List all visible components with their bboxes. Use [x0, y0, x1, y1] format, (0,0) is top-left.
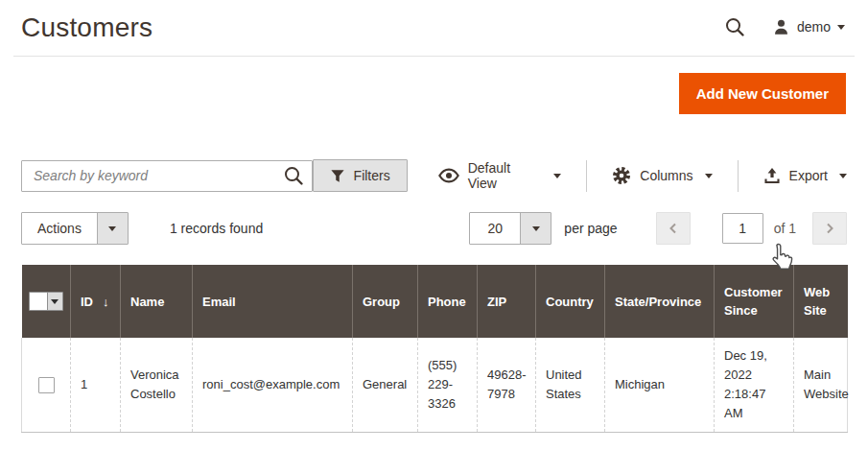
grid-toolbar: Filters Default View — [0, 159, 868, 192]
chevron-down-icon — [839, 174, 847, 178]
actions-label: Actions — [22, 213, 97, 244]
col-header-web-site[interactable]: Web Site — [794, 265, 848, 338]
records-count: 1 records found — [170, 221, 263, 236]
mass-actions-area: Actions 1 records found — [21, 212, 263, 245]
cell-phone: (555) 229-3326 — [418, 338, 478, 432]
col-label-customer-since: Customer Since — [724, 285, 783, 318]
sort-desc-icon: ↓ — [103, 295, 109, 309]
export-label: Export — [789, 168, 828, 183]
page-title: Customers — [21, 12, 152, 43]
row-checkbox[interactable] — [38, 377, 55, 393]
col-label-zip: ZIP — [487, 295, 506, 309]
search-icon[interactable] — [283, 165, 304, 186]
col-label-state: State/Province — [615, 295, 701, 309]
cell-country: United States — [536, 338, 605, 432]
col-header-group[interactable]: Group — [353, 265, 418, 338]
col-label-phone: Phone — [428, 295, 466, 309]
per-page-label: per page — [564, 221, 617, 236]
view-label: Default View — [468, 160, 543, 191]
chevron-left-icon — [667, 222, 680, 235]
cell-name: Veronica Costello — [121, 338, 193, 432]
page-actions-row: Add New Customer — [0, 57, 868, 114]
toolbar-divider — [738, 160, 739, 192]
chevron-down-icon — [553, 174, 561, 178]
chevron-down-icon — [837, 25, 845, 30]
next-page-button[interactable] — [812, 212, 847, 245]
toolbar-divider — [586, 160, 587, 192]
customers-grid: ID↓ Name Email Group Phone ZIP Country S… — [21, 265, 848, 433]
per-page-value: 20 — [470, 213, 520, 244]
cell-web-site: Main Website — [794, 338, 848, 432]
col-label-group: Group — [363, 295, 400, 309]
cell-zip: 49628-7978 — [478, 338, 536, 432]
col-label-id: ID — [81, 295, 93, 309]
page-number-input[interactable] — [722, 213, 763, 244]
chevron-right-icon — [823, 222, 836, 235]
pagination-area: 20 per page of 1 — [469, 212, 847, 245]
col-label-web-site: Web Site — [804, 285, 830, 318]
col-label-email: Email — [202, 295, 236, 309]
col-header-id[interactable]: ID↓ — [71, 265, 121, 338]
cell-id: 1 — [71, 338, 121, 432]
filters-button[interactable]: Filters — [313, 159, 408, 192]
col-header-select — [22, 265, 71, 338]
filters-label: Filters — [354, 168, 390, 183]
grid-toolbar-controls: Filters Default View — [313, 159, 847, 192]
prev-page-button[interactable] — [656, 212, 691, 245]
select-all-box[interactable] — [30, 293, 47, 310]
select-all-caret-button[interactable] — [47, 293, 62, 310]
col-header-email[interactable]: Email — [193, 265, 353, 338]
funnel-icon — [330, 169, 345, 183]
username-label: demo — [797, 19, 831, 35]
per-page-caret-button[interactable] — [520, 213, 551, 244]
cell-select — [22, 338, 71, 432]
cell-customer-since: Dec 19, 2022 2:18:47 AM — [715, 338, 794, 432]
col-header-name[interactable]: Name — [121, 265, 193, 338]
col-header-phone[interactable]: Phone — [418, 265, 478, 338]
add-new-customer-button[interactable]: Add New Customer — [679, 73, 846, 114]
search-input[interactable] — [21, 160, 313, 192]
grid-controls-row: Actions 1 records found 20 per page — [0, 212, 868, 245]
chevron-down-icon — [108, 226, 116, 231]
chevron-down-icon — [532, 226, 540, 231]
col-label-country: Country — [546, 295, 594, 309]
global-search-icon[interactable] — [724, 16, 745, 37]
grid-header-row: ID↓ Name Email Group Phone ZIP Country S… — [22, 265, 848, 338]
col-header-customer-since[interactable]: Customer Since — [715, 265, 794, 338]
columns-label: Columns — [640, 168, 692, 183]
gear-icon — [612, 166, 631, 185]
user-avatar-icon — [772, 18, 790, 36]
chevron-down-icon — [705, 174, 713, 178]
customers-admin-page: Customers demo Add Ne — [0, 0, 868, 450]
col-label-name: Name — [130, 295, 164, 309]
export-control[interactable]: Export — [763, 167, 847, 184]
actions-dropdown[interactable]: Actions — [21, 212, 129, 245]
col-header-state[interactable]: State/Province — [605, 265, 715, 338]
export-icon — [763, 167, 781, 184]
select-all-checkbox[interactable] — [29, 292, 63, 311]
chevron-down-icon — [51, 299, 59, 304]
col-header-zip[interactable]: ZIP — [478, 265, 536, 338]
page-header: Customers demo — [0, 0, 868, 43]
view-switcher[interactable]: Default View — [438, 160, 562, 191]
cell-state: Michigan — [605, 338, 715, 432]
keyword-search-box — [21, 160, 313, 192]
eye-icon — [438, 168, 459, 183]
page-count-label: of 1 — [774, 221, 796, 236]
cell-group: General — [353, 338, 418, 432]
actions-caret-button[interactable] — [97, 213, 128, 244]
customer-row[interactable]: 1 Veronica Costello roni_cost@example.co… — [22, 338, 848, 432]
header-actions: demo — [724, 16, 845, 37]
col-header-country[interactable]: Country — [536, 265, 605, 338]
cell-email: roni_cost@example.com — [193, 338, 353, 432]
user-menu[interactable]: demo — [772, 18, 845, 36]
columns-control[interactable]: Columns — [612, 166, 712, 185]
per-page-select[interactable]: 20 — [469, 212, 551, 245]
